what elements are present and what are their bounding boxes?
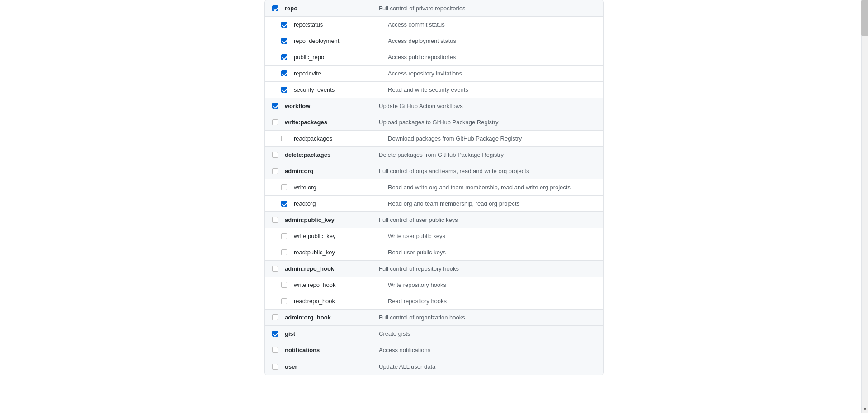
scope-row-repo_deployment: repo_deploymentAccess deployment status (265, 33, 603, 49)
checkbox-cell (272, 347, 281, 353)
scope-desc-admin_org: Full control of orgs and teams, read and… (372, 168, 596, 174)
checkbox-cell-security_events (281, 87, 290, 93)
checkbox-cell-repo_deployment (281, 38, 290, 44)
scope-name-read_org: read:org (290, 200, 381, 207)
checkbox-cell (272, 103, 281, 109)
scope-name-workflow: workflow (281, 103, 372, 109)
scope-desc-public_repo: Access public repositories (381, 54, 596, 61)
checkbox-delete_packages[interactable] (272, 152, 278, 158)
scopes-table: repoFull control of private repositories… (264, 0, 604, 375)
checkbox-read_org[interactable] (281, 201, 287, 206)
checkbox-cell (272, 266, 281, 272)
checkbox-read_public_key[interactable] (281, 249, 287, 255)
checkbox-repo_deployment[interactable] (281, 38, 287, 44)
checkbox-write_packages[interactable] (272, 119, 278, 125)
scope-row-gist: gistCreate gists (265, 326, 603, 342)
checkbox-gist[interactable] (272, 331, 278, 337)
scope-name-write_packages: write:packages (281, 119, 372, 126)
scope-row-delete_packages: delete:packagesDelete packages from GitH… (265, 147, 603, 163)
scope-name-security_events: security_events (290, 86, 381, 93)
checkbox-cell (272, 168, 281, 174)
checkbox-cell (272, 152, 281, 158)
checkbox-write_repo_hook[interactable] (281, 282, 287, 288)
scope-desc-write_public_key: Write user public keys (381, 233, 596, 239)
scope-desc-read_org: Read org and team membership, read org p… (381, 200, 596, 207)
scope-row-write_public_key: write:public_keyWrite user public keys (265, 228, 603, 244)
scope-name-repo_invite: repo:invite (290, 70, 381, 77)
scope-row-read_packages: read:packagesDownload packages from GitH… (265, 131, 603, 147)
scope-desc-write_org: Read and write org and team membership, … (381, 184, 596, 191)
scope-desc-notifications: Access notifications (372, 347, 596, 353)
checkbox-read_packages[interactable] (281, 136, 287, 141)
scope-desc-admin_public_key: Full control of user public keys (372, 216, 596, 223)
scope-row-repo: repoFull control of private repositories (265, 0, 603, 17)
checkbox-public_repo[interactable] (281, 54, 287, 60)
scope-row-write_repo_hook: write:repo_hookWrite repository hooks (265, 277, 603, 293)
scope-desc-delete_packages: Delete packages from GitHub Package Regi… (372, 151, 596, 158)
checkbox-cell-read_public_key (281, 249, 290, 255)
scope-row-security_events: security_eventsRead and write security e… (265, 82, 603, 98)
scope-row-read_org: read:orgRead org and team membership, re… (265, 196, 603, 212)
scope-desc-read_packages: Download packages from GitHub Package Re… (381, 135, 596, 142)
checkbox-notifications[interactable] (272, 347, 278, 353)
scope-row-write_packages: write:packagesUpload packages to GitHub … (265, 114, 603, 131)
scrollbar-thumb[interactable] (861, 0, 868, 36)
checkbox-repo_status[interactable] (281, 22, 287, 28)
checkbox-repo[interactable] (272, 5, 278, 11)
checkbox-write_org[interactable] (281, 184, 287, 190)
checkbox-read_repo_hook[interactable] (281, 298, 287, 304)
scope-name-write_public_key: write:public_key (290, 233, 381, 239)
checkbox-cell-read_repo_hook (281, 298, 290, 304)
scope-row-write_org: write:orgRead and write org and team mem… (265, 179, 603, 196)
scope-row-read_repo_hook: read:repo_hookRead repository hooks (265, 293, 603, 310)
checkbox-repo_invite[interactable] (281, 70, 287, 76)
scope-name-admin_repo_hook: admin:repo_hook (281, 265, 372, 272)
checkbox-cell-public_repo (281, 54, 290, 60)
checkbox-admin_public_key[interactable] (272, 217, 278, 223)
checkbox-security_events[interactable] (281, 87, 287, 93)
scope-name-public_repo: public_repo (290, 54, 381, 61)
scope-desc-repo_invite: Access repository invitations (381, 70, 596, 77)
checkbox-cell (272, 5, 281, 11)
checkbox-cell-repo_status (281, 22, 290, 28)
scrollbar-arrow-down[interactable]: ▼ (862, 405, 868, 413)
scope-name-repo: repo (281, 5, 372, 12)
scope-row-repo_status: repo:statusAccess commit status (265, 17, 603, 33)
checkbox-cell (272, 314, 281, 320)
checkbox-cell-write_repo_hook (281, 282, 290, 288)
checkbox-write_public_key[interactable] (281, 233, 287, 239)
page-container: repoFull control of private repositories… (0, 0, 868, 375)
scope-desc-workflow: Update GitHub Action workflows (372, 103, 596, 109)
scope-row-read_public_key: read:public_keyRead user public keys (265, 244, 603, 261)
scope-name-repo_deployment: repo_deployment (290, 38, 381, 44)
scope-name-admin_public_key: admin:public_key (281, 216, 372, 223)
scope-row-admin_public_key: admin:public_keyFull control of user pub… (265, 212, 603, 228)
scope-row-notifications: notificationsAccess notifications (265, 342, 603, 358)
scope-row-admin_org: admin:orgFull control of orgs and teams,… (265, 163, 603, 179)
scope-desc-repo_deployment: Access deployment status (381, 38, 596, 44)
checkbox-cell-read_org (281, 201, 290, 206)
scope-name-admin_org: admin:org (281, 168, 372, 174)
checkbox-cell-write_org (281, 184, 290, 190)
checkbox-admin_org[interactable] (272, 168, 278, 174)
scope-desc-admin_org_hook: Full control of organization hooks (372, 314, 596, 321)
scope-row-public_repo: public_repoAccess public repositories (265, 49, 603, 66)
checkbox-workflow[interactable] (272, 103, 278, 109)
scope-row-admin_org_hook: admin:org_hookFull control of organizati… (265, 310, 603, 326)
scope-name-read_repo_hook: read:repo_hook (290, 298, 381, 305)
scope-desc-gist: Create gists (372, 330, 596, 337)
scope-desc-user: Update ALL user data (372, 363, 596, 370)
scope-name-admin_org_hook: admin:org_hook (281, 314, 372, 321)
checkbox-admin_org_hook[interactable] (272, 314, 278, 320)
scope-name-gist: gist (281, 330, 372, 337)
checkbox-admin_repo_hook[interactable] (272, 266, 278, 272)
checkbox-cell (272, 331, 281, 337)
scope-name-user: user (281, 363, 372, 370)
checkbox-cell-write_public_key (281, 233, 290, 239)
scope-row-admin_repo_hook: admin:repo_hookFull control of repositor… (265, 261, 603, 277)
scope-name-write_org: write:org (290, 184, 381, 191)
scope-desc-security_events: Read and write security events (381, 86, 596, 93)
checkbox-user[interactable] (272, 364, 278, 370)
scope-row-repo_invite: repo:inviteAccess repository invitations (265, 66, 603, 82)
scope-row-workflow: workflowUpdate GitHub Action workflows (265, 98, 603, 114)
